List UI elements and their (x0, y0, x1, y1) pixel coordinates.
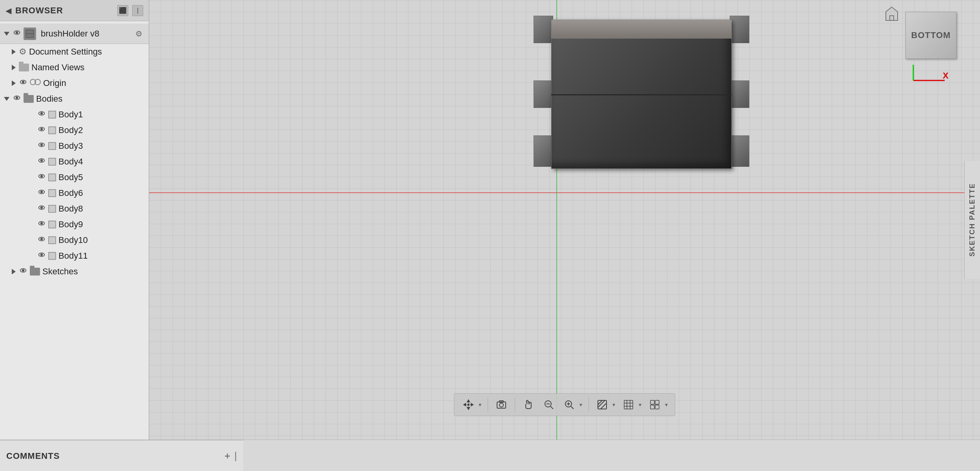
body5-box-icon (48, 173, 56, 181)
tree-item-origin[interactable]: Origin (0, 75, 149, 91)
named-views-folder-icon (19, 64, 29, 71)
view-cube[interactable]: BOTTOM (905, 12, 956, 59)
tree-item-body11[interactable]: Body11 (0, 248, 149, 264)
svg-point-45 (499, 403, 503, 407)
bottom-toolbar: ▾ (454, 393, 675, 416)
body11-eye-icon[interactable] (37, 250, 46, 261)
sketch-palette-label: SKETCH PALETTE (968, 183, 976, 257)
move-tool-group: ▾ (460, 396, 483, 413)
body10-box-icon (48, 236, 56, 244)
tree-item-body6[interactable]: Body6 (0, 185, 149, 201)
tree-item-body1[interactable]: Body1 (0, 107, 149, 122)
comments-resize-handle: | (234, 450, 237, 462)
sketches-label: Sketches (42, 267, 78, 277)
named-views-expand (12, 65, 16, 70)
body3-eye-icon[interactable] (37, 141, 46, 152)
tree-item-body9[interactable]: Body9 (0, 217, 149, 232)
comments-panel: COMMENTS + | (0, 440, 243, 471)
root-eye-icon[interactable] (13, 28, 21, 39)
svg-line-49 (550, 406, 553, 409)
tree-item-body5[interactable]: Body5 (0, 170, 149, 185)
grid-dropdown-arrow[interactable]: ▾ (637, 402, 643, 408)
body1-eye-icon[interactable] (37, 109, 46, 120)
home-btn[interactable] (882, 4, 902, 24)
body4-eye-icon[interactable] (37, 156, 46, 167)
toolbar-sep-3 (588, 398, 589, 412)
browser-resize-btn[interactable]: | (132, 5, 143, 16)
svg-point-27 (41, 238, 43, 240)
brushholder-model (532, 8, 751, 173)
main-area: ◀ BROWSER ⬛ | (0, 0, 980, 440)
tree-item-body8[interactable]: Body8 (0, 201, 149, 217)
svg-point-19 (41, 175, 43, 177)
svg-point-23 (41, 207, 43, 209)
body8-eye-icon[interactable] (37, 203, 46, 214)
view-options-dropdown-arrow[interactable]: ▾ (663, 402, 669, 408)
origin-eye-icon[interactable] (19, 78, 27, 89)
view-options-btn[interactable] (646, 396, 663, 413)
tree-item-body10[interactable]: Body10 (0, 232, 149, 248)
display-mode-dropdown-arrow[interactable]: ▾ (611, 402, 617, 408)
tree-item-doc-settings[interactable]: ⚙ Document Settings (0, 44, 149, 60)
tree-item-body3[interactable]: Body3 (0, 138, 149, 154)
move-tool-btn[interactable] (460, 396, 477, 413)
browser-pin-btn[interactable]: ⬛ (117, 5, 128, 16)
svg-marker-40 (467, 400, 470, 402)
tree-item-body2[interactable]: Body2 (0, 122, 149, 138)
svg-point-9 (16, 97, 18, 99)
svg-marker-43 (471, 403, 473, 406)
grid-group: ▾ (620, 396, 643, 413)
sketches-expand (12, 269, 16, 274)
body6-eye-icon[interactable] (37, 188, 46, 199)
zoom-in-dropdown-arrow[interactable]: ▾ (578, 402, 584, 408)
body1-label: Body1 (58, 110, 83, 120)
tree-item-named-views[interactable]: Named Views (0, 60, 149, 75)
body2-eye-icon[interactable] (37, 125, 46, 136)
svg-point-21 (41, 191, 43, 193)
tree-item-bodies[interactable]: Bodies (0, 91, 149, 107)
zoom-out-btn[interactable] (540, 396, 557, 413)
browser-header: ◀ BROWSER ⬛ | (0, 0, 149, 21)
body6-box-icon (48, 189, 56, 197)
zoom-in-btn[interactable] (561, 396, 578, 413)
body5-label: Body5 (58, 172, 83, 183)
model-top-strip (551, 20, 732, 38)
body3-box-icon (48, 142, 56, 150)
pan-btn[interactable] (520, 396, 537, 413)
model-mid-line (551, 94, 732, 95)
svg-point-35 (468, 404, 469, 405)
comments-add-icon[interactable]: + (224, 450, 230, 462)
root-expand-icon (4, 32, 9, 36)
body10-eye-icon[interactable] (37, 235, 46, 246)
browser-collapse-arrow[interactable]: ◀ (5, 6, 11, 15)
body5-eye-icon[interactable] (37, 172, 46, 183)
svg-rect-63 (655, 405, 659, 409)
browser-root-item[interactable]: brushHolder v8 ⚙ (0, 24, 149, 44)
sketches-eye-icon[interactable] (19, 266, 27, 277)
svg-point-17 (41, 160, 43, 162)
sketch-palette-panel[interactable]: SKETCH PALETTE (964, 161, 980, 279)
svg-rect-60 (650, 400, 654, 404)
bodies-eye-icon[interactable] (13, 93, 21, 104)
svg-point-11 (41, 113, 43, 115)
body10-label: Body10 (58, 235, 88, 245)
grid-btn[interactable] (620, 396, 637, 413)
display-mode-btn[interactable] (594, 396, 611, 413)
svg-point-15 (41, 144, 43, 146)
camera-btn[interactable] (493, 396, 510, 413)
tree-item-sketches[interactable]: Sketches (0, 264, 149, 279)
view-options-group: ▾ (646, 396, 669, 413)
comments-icons: + | (224, 450, 237, 462)
move-tool-dropdown-arrow[interactable]: ▾ (477, 402, 483, 408)
svg-point-13 (41, 128, 43, 130)
bodies-expand (4, 97, 9, 101)
doc-settings-expand (12, 49, 16, 55)
comments-title: COMMENTS (6, 451, 60, 461)
bodies-folder-icon (24, 95, 34, 103)
svg-rect-62 (650, 405, 654, 409)
body9-eye-icon[interactable] (37, 219, 46, 230)
tree-item-body4[interactable]: Body4 (0, 154, 149, 170)
root-settings-icon[interactable]: ⚙ (135, 29, 142, 38)
viewport[interactable]: BOTTOM X SKETCH PALETTE (149, 0, 980, 440)
body4-box-icon (48, 158, 56, 166)
